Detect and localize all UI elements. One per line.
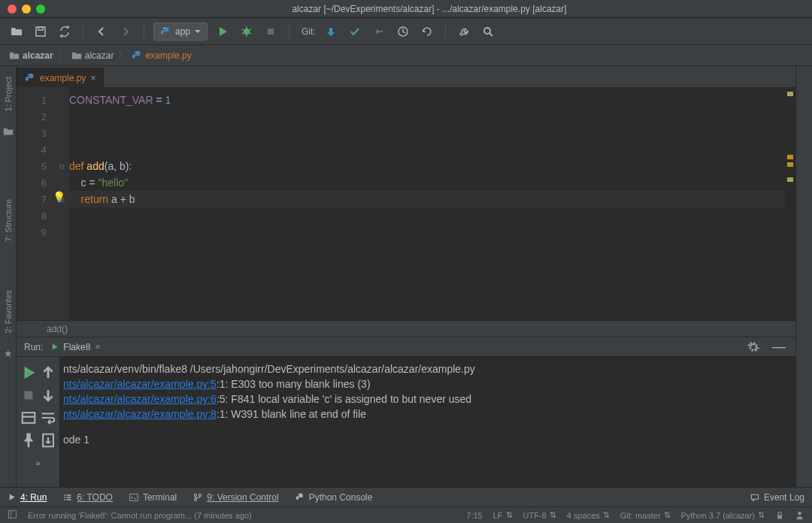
settings-icon[interactable] [455,23,473,41]
lock-icon[interactable] [775,511,784,520]
code-editor[interactable]: 1 2 3 4 5⊖ 6 7⊖ 8 9 CONSTANT_VAR = 1 def… [17,87,795,320]
window-controls [8,5,45,14]
file-link[interactable]: nts/alcazar/alcazar/example.py:8 [63,408,217,420]
event-log-button[interactable]: Event Log [750,492,804,503]
code-token: c = [69,177,98,189]
svg-point-2 [164,28,165,29]
close-tab-icon[interactable]: × [90,73,95,83]
todo-tool-button[interactable]: 6: TODO [63,492,113,503]
python-icon [25,73,35,83]
intention-bulb-icon[interactable]: 💡 [53,191,65,203]
output-text: :1: W391 blank line at end of file [217,408,366,420]
line-ending[interactable]: LF ⇅ [493,510,513,520]
code-breadcrumb[interactable]: add() [17,320,795,337]
git-rollback-icon[interactable] [418,23,436,41]
scroll-icon[interactable] [40,432,56,449]
up-icon[interactable] [40,364,56,381]
search-icon[interactable] [479,23,497,41]
run-output[interactable]: nts/alcazar/venv/bin/flake8 /Users/jahon… [60,357,795,487]
sync-icon[interactable] [56,23,74,41]
code-token: CONSTANT_VAR [69,94,153,106]
breadcrumb-root[interactable]: alcazar [9,50,53,61]
debug-button[interactable] [238,23,256,41]
layout-icon[interactable] [20,410,37,426]
minimize-dot[interactable] [22,5,31,14]
titlebar: alcazar [~/DevExperiments/alcazar] - ...… [0,0,812,18]
hide-icon[interactable]: — [770,338,788,356]
folder-icon[interactable] [3,126,14,137]
line-number: 5⊖ [17,158,69,174]
git-branch[interactable]: Git: master ⇅ [620,510,671,520]
warning-marker[interactable] [787,155,793,159]
warning-marker[interactable] [787,177,793,182]
window-title: alcazar [~/DevExperiments/alcazar] - ...… [54,4,804,14]
star-icon[interactable]: ★ [4,348,13,359]
breadcrumb-folder[interactable]: alcazar [71,50,114,61]
python-console-button[interactable]: Python Console [295,492,373,503]
project-tool[interactable]: 1: Project [4,72,13,116]
indent[interactable]: 4 spaces ⇅ [567,510,610,520]
tab-filename: example.py [40,73,86,83]
git-commit-icon[interactable] [346,23,364,41]
toggle-toolwindows-icon[interactable] [8,509,17,521]
run-label: Run: [24,342,43,352]
interpreter[interactable]: Python 3.7 (alcazar) ⇅ [681,510,765,520]
play-icon [50,343,59,351]
vcs-tool-button[interactable]: 9: Version Control [193,492,278,503]
svg-point-3 [244,29,250,35]
forward-icon [117,23,135,41]
git-history-icon[interactable] [394,23,412,41]
code-area[interactable]: CONSTANT_VAR = 1 def add(a, b): c = "hel… [69,87,785,320]
breadcrumb-file[interactable]: example.py [132,50,191,61]
right-tool-rail [795,66,812,487]
run-tool-button[interactable]: 4: Run [8,492,47,503]
fold-icon[interactable]: ⊖ [59,162,65,171]
caret-position[interactable]: 7:15 [466,511,482,520]
hector-icon[interactable] [795,510,804,520]
svg-rect-4 [268,29,274,35]
stop-button [262,23,280,41]
run-config-name: app [175,26,190,37]
run-button[interactable] [214,23,232,41]
gear-icon[interactable] [744,338,762,356]
save-icon[interactable] [32,23,50,41]
terminal-tool-button[interactable]: Terminal [129,492,177,503]
close-dot[interactable] [8,5,17,14]
run-tab[interactable]: Flake8 × [50,342,100,352]
more-icon[interactable]: » [30,455,47,471]
line-number: 1 [17,92,69,108]
editor-tab[interactable]: example.py × [17,68,104,87]
tool-label: 4: Run [20,492,47,503]
svg-rect-1 [38,27,43,30]
run-config-selector[interactable]: app [153,23,208,41]
svg-rect-0 [36,27,45,36]
warning-marker[interactable] [787,162,793,167]
line-number: 4 [17,141,69,158]
favorites-tool[interactable]: 2: Favorites [4,286,13,337]
git-update-icon[interactable] [322,23,340,41]
close-icon[interactable]: × [95,342,100,352]
file-link[interactable]: nts/alcazar/alcazar/example.py:6 [63,393,217,405]
encoding[interactable]: UTF-8 ⇅ [523,510,556,520]
gutter: 1 2 3 4 5⊖ 6 7⊖ 8 9 [17,87,69,320]
pin-icon[interactable] [20,432,37,449]
folder-icon [71,50,82,61]
open-icon[interactable] [8,23,26,41]
git-compare-icon [370,23,388,41]
status-message[interactable]: Error running 'Flake8': Cannot run progr… [28,511,252,520]
error-stripe[interactable] [785,87,795,320]
warning-marker[interactable] [787,92,793,96]
file-link[interactable]: nts/alcazar/alcazar/example.py:5 [63,378,217,390]
code-token: "hello" [98,177,129,189]
svg-point-17 [798,512,801,515]
rerun-icon[interactable] [20,364,37,381]
zoom-dot[interactable] [36,5,45,14]
structure-tool[interactable]: 7: Structure [4,195,13,246]
back-icon[interactable] [92,23,111,41]
tool-label: 6: TODO [77,492,113,503]
run-header: Run: Flake8 × — [17,337,795,357]
down-icon[interactable] [40,387,56,404]
softwrap-icon[interactable] [40,410,56,426]
main-toolbar: app Git: [0,18,812,45]
tool-label: 9: Version Control [207,492,278,503]
